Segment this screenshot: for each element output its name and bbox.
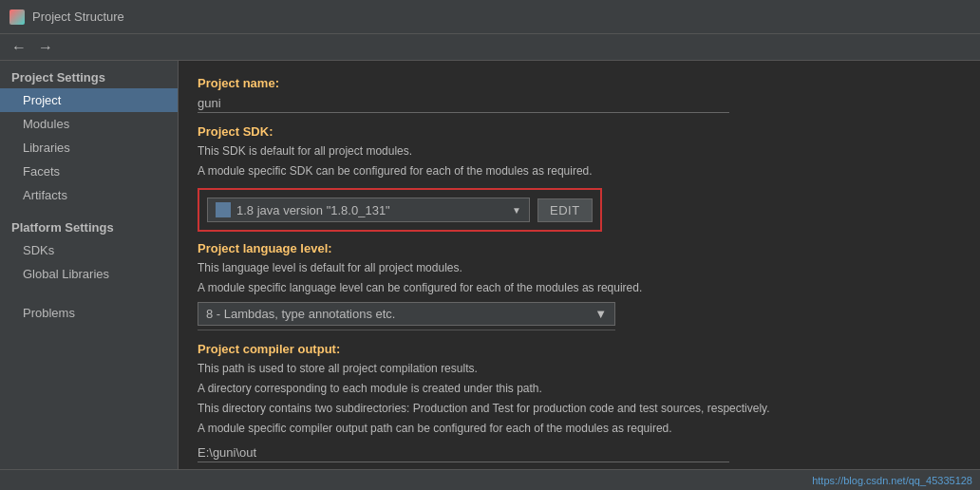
sidebar-item-label: Global Libraries bbox=[23, 267, 109, 281]
sidebar-item-label: Libraries bbox=[23, 141, 70, 155]
sidebar-item-facets[interactable]: Facets bbox=[0, 160, 178, 183]
project-name-label: Project name: bbox=[198, 76, 961, 90]
sdk-box: 1.8 java version "1.8.0_131" ▼ EDIT bbox=[198, 188, 602, 232]
sidebar: Project Settings Project Modules Librari… bbox=[0, 61, 179, 469]
forward-button[interactable]: → bbox=[34, 38, 57, 57]
project-sdk-desc2: A module specific SDK can be configured … bbox=[198, 162, 961, 179]
sidebar-item-label: Modules bbox=[23, 117, 69, 131]
sidebar-divider-2 bbox=[0, 286, 178, 293]
edit-button[interactable]: EDIT bbox=[537, 198, 593, 222]
sidebar-divider bbox=[0, 207, 178, 215]
sdk-dropdown-arrow-icon: ▼ bbox=[512, 205, 521, 216]
compiler-desc1: This path is used to store all project c… bbox=[198, 360, 961, 377]
sidebar-item-modules[interactable]: Modules bbox=[0, 112, 178, 136]
sidebar-item-global-libraries[interactable]: Global Libraries bbox=[0, 262, 178, 286]
sidebar-item-label: Problems bbox=[23, 306, 75, 320]
content-area: Project name: Project SDK: This SDK is d… bbox=[179, 61, 980, 469]
sidebar-item-label: Facets bbox=[23, 164, 60, 179]
project-sdk-label: Project SDK: bbox=[198, 124, 961, 139]
project-sdk-desc1: This SDK is default for all project modu… bbox=[198, 142, 961, 160]
compiler-desc3: This directory contains two subdirectori… bbox=[198, 400, 961, 417]
status-bar-link[interactable]: https://blog.csdn.net/qq_45335128 bbox=[812, 475, 972, 486]
compiler-desc4: A module specific compiler output path c… bbox=[198, 420, 961, 437]
main-layout: Project Settings Project Modules Librari… bbox=[0, 61, 980, 469]
language-dropdown[interactable]: 8 - Lambdas, type annotations etc. ▼ bbox=[198, 302, 615, 326]
sidebar-divider-3 bbox=[0, 293, 178, 301]
lang-dropdown-separator bbox=[198, 330, 615, 330]
compiler-output-input[interactable] bbox=[198, 443, 729, 462]
app-icon bbox=[9, 9, 25, 25]
nav-bar: ← → bbox=[0, 34, 980, 61]
compiler-desc2: A directory corresponding to each module… bbox=[198, 380, 961, 397]
title-bar-text: Project Structure bbox=[32, 9, 124, 24]
lang-desc1: This language level is default for all p… bbox=[198, 259, 961, 276]
lang-dropdown-arrow-icon: ▼ bbox=[594, 307, 607, 321]
lang-value: 8 - Lambdas, type annotations etc. bbox=[206, 307, 395, 321]
sidebar-item-sdks[interactable]: SDKs bbox=[0, 238, 178, 262]
sdk-icon bbox=[216, 202, 231, 217]
platform-settings-header: Platform Settings bbox=[0, 215, 178, 238]
sdk-value: 1.8 java version "1.8.0_131" bbox=[236, 203, 390, 217]
sidebar-item-libraries[interactable]: Libraries bbox=[0, 136, 178, 160]
project-settings-header: Project Settings bbox=[0, 65, 178, 88]
sidebar-item-label: Artifacts bbox=[23, 188, 67, 202]
title-bar: Project Structure bbox=[0, 0, 980, 34]
back-button[interactable]: ← bbox=[8, 38, 30, 57]
project-name-input[interactable] bbox=[198, 94, 729, 113]
status-bar: https://blog.csdn.net/qq_45335128 bbox=[0, 469, 980, 490]
sidebar-item-project[interactable]: Project bbox=[0, 88, 178, 112]
sidebar-item-problems[interactable]: Problems bbox=[0, 301, 178, 325]
project-language-level-label: Project language level: bbox=[198, 241, 961, 255]
sidebar-item-label: SDKs bbox=[23, 243, 54, 257]
sdk-dropdown[interactable]: 1.8 java version "1.8.0_131" ▼ bbox=[207, 198, 530, 222]
sidebar-item-label: Project bbox=[23, 93, 61, 107]
sidebar-item-artifacts[interactable]: Artifacts bbox=[0, 183, 178, 207]
lang-desc2: A module specific language level can be … bbox=[198, 279, 961, 296]
project-compiler-output-label: Project compiler output: bbox=[198, 342, 961, 356]
